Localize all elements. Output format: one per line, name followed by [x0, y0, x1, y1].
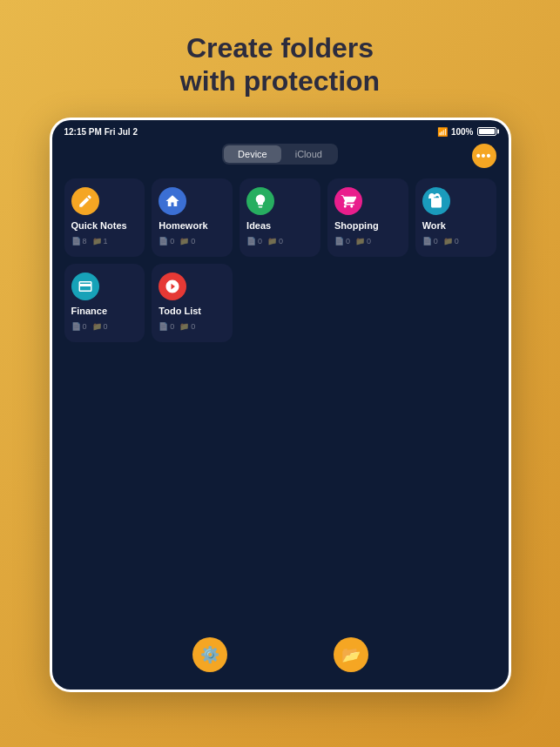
subfolder-icon-1: 📁 — [179, 237, 189, 246]
folder-name-5: Finance — [71, 306, 108, 317]
notes-num-4: 0 — [434, 237, 438, 246]
folders-num-0: 1 — [104, 237, 108, 246]
folder-name-3: Shopping — [334, 220, 379, 232]
battery-fill — [479, 129, 495, 134]
notes-count-2: 📄 0 — [246, 237, 262, 246]
folder-card-shopping[interactable]: Shopping 📄 0 📁 0 — [327, 178, 408, 257]
notes-icon-3: 📄 — [334, 237, 344, 246]
notes-count-4: 📄 0 — [422, 237, 438, 246]
folder-icon-5 — [71, 273, 99, 300]
notes-count-3: 📄 0 — [334, 237, 350, 246]
folder-icon-2 — [246, 187, 274, 215]
folders-count-0: 📁 1 — [92, 237, 108, 246]
folder-card-quick-notes[interactable]: Quick Notes 📄 8 📁 1 — [64, 178, 145, 257]
folder-card-work[interactable]: Work 📄 0 📁 0 — [415, 178, 496, 257]
folders-num-4: 0 — [455, 237, 459, 246]
status-time: 12:15 PM Fri Jul 2 — [64, 127, 138, 137]
subfolder-icon-6: 📁 — [179, 322, 189, 331]
notes-icon-5: 📄 — [71, 322, 81, 331]
subfolder-icon-0: 📁 — [92, 237, 102, 246]
notes-num-2: 0 — [258, 237, 262, 246]
segment-icloud[interactable]: iCloud — [281, 145, 336, 163]
folder-meta-5: 📄 0 📁 0 — [71, 322, 108, 331]
folders-count-1: 📁 0 — [179, 237, 195, 246]
more-dots-label: ••• — [476, 150, 492, 162]
notes-num-6: 0 — [170, 322, 174, 331]
folders-num-2: 0 — [279, 237, 283, 246]
subfolder-icon-3: 📁 — [355, 237, 365, 246]
folder-meta-1: 📄 0 📁 0 — [159, 237, 195, 246]
status-bar: 12:15 PM Fri Jul 2 📶 100% — [52, 120, 509, 140]
more-button[interactable]: ••• — [472, 144, 496, 168]
toolbar: Device iCloud ••• — [52, 140, 509, 172]
folders-num-5: 0 — [104, 322, 108, 331]
subfolder-icon-2: 📁 — [267, 237, 277, 246]
notes-num-5: 0 — [83, 322, 87, 331]
subfolder-icon-4: 📁 — [443, 237, 453, 246]
folders-count-6: 📁 0 — [179, 322, 195, 331]
battery-percent: 100% — [451, 127, 474, 137]
folder-button[interactable]: 📂 — [334, 637, 368, 672]
folders-num-6: 0 — [191, 322, 195, 331]
notes-icon-0: 📄 — [71, 237, 81, 246]
folders-count-4: 📁 0 — [443, 237, 459, 246]
notes-num-1: 0 — [170, 237, 174, 246]
notes-num-0: 8 — [83, 237, 87, 246]
play-icon: ⚙️ — [200, 645, 219, 664]
page-title: Create folders with protection — [180, 31, 380, 98]
folder-icon-4 — [422, 187, 450, 215]
folder-name-0: Quick Notes — [71, 220, 127, 232]
notes-icon-6: 📄 — [159, 322, 168, 331]
folder-meta-6: 📄 0 📁 0 — [159, 322, 195, 331]
folders-num-3: 0 — [367, 237, 371, 246]
segment-device[interactable]: Device — [224, 145, 281, 163]
folders-num-1: 0 — [191, 237, 195, 246]
folder-name-2: Ideas — [246, 220, 271, 232]
notes-num-3: 0 — [346, 237, 350, 246]
device-frame: 12:15 PM Fri Jul 2 📶 100% Device iCloud … — [50, 118, 511, 692]
folders-count-3: 📁 0 — [355, 237, 371, 246]
folders-grid: Quick Notes 📄 8 📁 1 Homework 📄 0 📁 0 Ide… — [52, 172, 509, 349]
folder-icon-0 — [71, 187, 99, 215]
folder-icon-1 — [159, 187, 186, 215]
notes-count-6: 📄 0 — [159, 322, 174, 331]
notes-icon-4: 📄 — [422, 237, 432, 246]
play-button[interactable]: ⚙️ — [192, 637, 227, 672]
device-screen: 12:15 PM Fri Jul 2 📶 100% Device iCloud … — [52, 120, 509, 690]
notes-count-0: 📄 8 — [71, 237, 87, 246]
folder-meta-3: 📄 0 📁 0 — [334, 237, 371, 246]
status-right: 📶 100% — [437, 127, 496, 137]
folder-name-6: Todo List — [159, 306, 201, 317]
battery-icon — [477, 127, 496, 136]
folder-card-todo-list[interactable]: Todo List 📄 0 📁 0 — [152, 264, 233, 342]
subfolder-icon-5: 📁 — [92, 322, 102, 331]
notes-count-1: 📄 0 — [159, 237, 174, 246]
folder-icon: 📂 — [341, 645, 361, 664]
folders-count-5: 📁 0 — [92, 322, 108, 331]
folder-meta-4: 📄 0 📁 0 — [422, 237, 459, 246]
notes-icon-1: 📄 — [159, 237, 168, 246]
folder-card-homework[interactable]: Homework 📄 0 📁 0 — [152, 178, 233, 257]
notes-icon-2: 📄 — [246, 237, 256, 246]
folder-icon-6 — [159, 273, 186, 300]
folder-meta-2: 📄 0 📁 0 — [246, 237, 283, 246]
folder-card-ideas[interactable]: Ideas 📄 0 📁 0 — [240, 178, 320, 257]
folder-card-finance[interactable]: Finance 📄 0 📁 0 — [64, 264, 145, 342]
folder-name-1: Homework — [159, 220, 207, 232]
folder-icon-3 — [334, 187, 362, 215]
notes-count-5: 📄 0 — [71, 322, 87, 331]
segment-control: Device iCloud — [222, 144, 338, 165]
folder-meta-0: 📄 8 📁 1 — [71, 237, 108, 246]
folders-count-2: 📁 0 — [267, 237, 283, 246]
folder-name-4: Work — [422, 220, 446, 232]
wifi-icon: 📶 — [437, 127, 448, 137]
bottom-bar: ⚙️ 📂 — [52, 629, 509, 681]
